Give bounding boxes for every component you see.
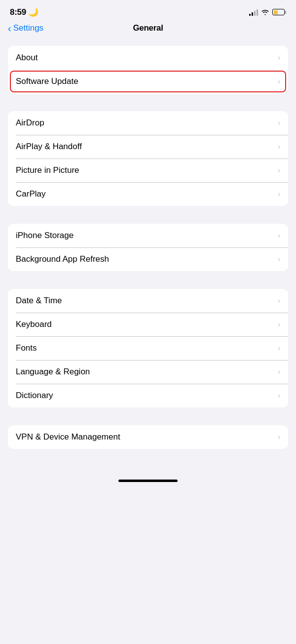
- signal-icon: [249, 9, 258, 16]
- chevron-icon: ›: [278, 391, 280, 400]
- battery-icon: [272, 9, 286, 15]
- picture-in-picture-label: Picture in Picture: [16, 165, 79, 175]
- dictionary-label: Dictionary: [16, 391, 53, 401]
- settings-row-software-update[interactable]: Software Update ›: [8, 70, 288, 93]
- language-region-label: Language & Region: [16, 367, 90, 377]
- about-label: About: [16, 53, 37, 63]
- chevron-icon: ›: [278, 166, 280, 175]
- home-indicator: [0, 475, 296, 486]
- chevron-icon: ›: [278, 53, 280, 62]
- settings-row-carplay[interactable]: CarPlay ›: [8, 182, 288, 206]
- nav-bar: ‹ Settings General: [0, 21, 296, 38]
- settings-row-airdrop[interactable]: AirDrop ›: [8, 111, 288, 135]
- settings-group-3: iPhone Storage › Background App Refresh …: [8, 224, 288, 271]
- settings-group-4: Date & Time › Keyboard › Fonts › Languag…: [8, 289, 288, 407]
- keyboard-label: Keyboard: [16, 320, 52, 329]
- chevron-icon: ›: [278, 142, 280, 151]
- home-bar: [118, 480, 178, 482]
- chevron-icon: ›: [278, 296, 280, 305]
- settings-group-1: About › Software Update ›: [8, 46, 288, 93]
- moon-icon: 🌙: [28, 7, 38, 17]
- settings-group-2: AirDrop › AirPlay & Handoff › Picture in…: [8, 111, 288, 206]
- software-update-wrapper: Software Update ›: [8, 70, 288, 93]
- chevron-icon: ›: [278, 433, 280, 442]
- chevron-icon: ›: [278, 77, 280, 86]
- settings-row-language-region[interactable]: Language & Region ›: [8, 360, 288, 384]
- back-button[interactable]: ‹ Settings: [8, 23, 43, 33]
- settings-row-keyboard[interactable]: Keyboard ›: [8, 313, 288, 336]
- chevron-icon: ›: [278, 255, 280, 264]
- settings-row-vpn-device-management[interactable]: VPN & Device Management ›: [8, 425, 288, 449]
- status-bar: 8:59 🌙: [0, 0, 296, 21]
- settings-row-date-time[interactable]: Date & Time ›: [8, 289, 288, 313]
- settings-group-5: VPN & Device Management ›: [8, 425, 288, 449]
- airplay-handoff-label: AirPlay & Handoff: [16, 142, 82, 152]
- settings-row-about[interactable]: About ›: [8, 46, 288, 70]
- vpn-device-management-label: VPN & Device Management: [16, 432, 120, 442]
- chevron-icon: ›: [278, 119, 280, 127]
- settings-row-picture-in-picture[interactable]: Picture in Picture ›: [8, 159, 288, 182]
- airdrop-label: AirDrop: [16, 118, 44, 128]
- chevron-icon: ›: [278, 320, 280, 329]
- status-time: 8:59 🌙: [10, 7, 38, 17]
- iphone-storage-label: iPhone Storage: [16, 231, 74, 241]
- settings-row-fonts[interactable]: Fonts ›: [8, 336, 288, 360]
- background-app-refresh-label: Background App Refresh: [16, 254, 109, 264]
- software-update-label: Software Update: [16, 77, 78, 86]
- chevron-icon: ›: [278, 344, 280, 353]
- back-chevron-icon: ‹: [8, 23, 11, 33]
- chevron-icon: ›: [278, 367, 280, 376]
- page-title: General: [133, 23, 163, 33]
- status-icons: [249, 9, 286, 16]
- settings-content: About › Software Update › AirDrop › AirP…: [0, 38, 296, 475]
- settings-row-background-app-refresh[interactable]: Background App Refresh ›: [8, 247, 288, 271]
- date-time-label: Date & Time: [16, 296, 62, 306]
- settings-row-iphone-storage[interactable]: iPhone Storage ›: [8, 224, 288, 247]
- back-label: Settings: [13, 23, 43, 33]
- chevron-icon: ›: [278, 190, 280, 199]
- wifi-icon: [261, 9, 269, 15]
- carplay-label: CarPlay: [16, 189, 45, 199]
- settings-row-airplay-handoff[interactable]: AirPlay & Handoff ›: [8, 135, 288, 159]
- fonts-label: Fonts: [16, 343, 37, 353]
- settings-row-dictionary[interactable]: Dictionary ›: [8, 384, 288, 407]
- chevron-icon: ›: [278, 231, 280, 240]
